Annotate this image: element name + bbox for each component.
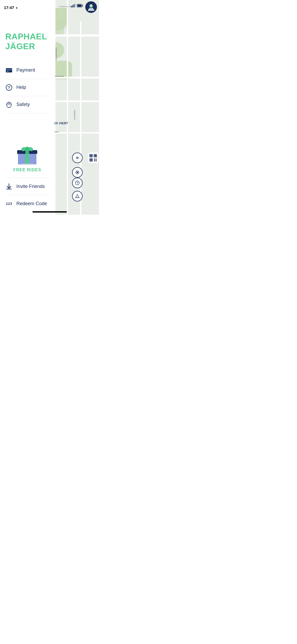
svg-point-1 — [77, 172, 78, 173]
svg-rect-24 — [25, 150, 29, 154]
user-name-section: RAPHAEL JÄGER — [5, 32, 49, 51]
svg-rect-10 — [96, 159, 97, 160]
menu-item-payment[interactable]: Payment — [5, 62, 49, 79]
payment-icon — [5, 67, 13, 74]
drawer-content: RAPHAEL JÄGER Payment ? Help — [0, 0, 54, 215]
menu-item-invite[interactable]: Invite Friends — [5, 178, 49, 195]
svg-rect-12 — [96, 160, 97, 161]
svg-rect-9 — [94, 159, 95, 160]
time-display: 17:47 — [4, 5, 14, 10]
redeem-icon: 123 — [5, 200, 13, 207]
map-center-button[interactable] — [72, 153, 83, 163]
svg-rect-17 — [7, 71, 9, 72]
svg-text:?: ? — [77, 182, 78, 185]
qr-scan-button[interactable] — [88, 153, 98, 163]
map-street-label-2: Lentstraße — [73, 110, 76, 120]
map-help-button[interactable]: ? — [72, 178, 83, 188]
gift-illustration — [15, 143, 39, 165]
map-navigate-button[interactable] — [72, 191, 83, 201]
user-name-text: RAPHAEL JÄGER — [5, 32, 49, 51]
home-indicator — [32, 211, 67, 213]
status-time: 17:47 ▲ — [4, 5, 18, 10]
svg-rect-4 — [90, 155, 92, 157]
menu-item-safety[interactable]: Safety — [5, 96, 49, 113]
svg-point-27 — [25, 147, 29, 150]
safety-label: Safety — [16, 102, 30, 107]
menu-item-help[interactable]: ? Help — [5, 79, 49, 96]
svg-rect-11 — [94, 160, 95, 161]
map-street-label-1: Grabbestraße — [55, 48, 57, 61]
svg-rect-16 — [6, 69, 12, 70]
payment-label: Payment — [16, 67, 35, 73]
svg-point-0 — [77, 157, 78, 159]
location-arrow-icon: ▲ — [15, 6, 18, 9]
svg-rect-6 — [95, 155, 96, 157]
help-icon: ? — [5, 84, 13, 91]
help-label: Help — [16, 85, 26, 90]
safety-icon — [5, 101, 13, 108]
svg-rect-8 — [90, 159, 92, 161]
invite-label: Invite Friends — [16, 184, 45, 189]
redeem-label: Redeem Code — [16, 201, 47, 206]
bottom-menu: Invite Friends 123 Redeem Code — [5, 178, 49, 212]
svg-text:?: ? — [8, 85, 10, 90]
map-location-button[interactable] — [72, 167, 83, 178]
main-menu: Payment ? Help Safety — [5, 62, 49, 113]
gift-section: FREE RIDES Invite Friends 123 — [5, 143, 49, 215]
free-rides-label: FREE RIDES — [13, 168, 41, 172]
status-bar: 17:47 ▲ — [0, 0, 99, 12]
invite-icon — [5, 183, 13, 190]
menu-item-redeem[interactable]: 123 Redeem Code — [5, 195, 49, 212]
